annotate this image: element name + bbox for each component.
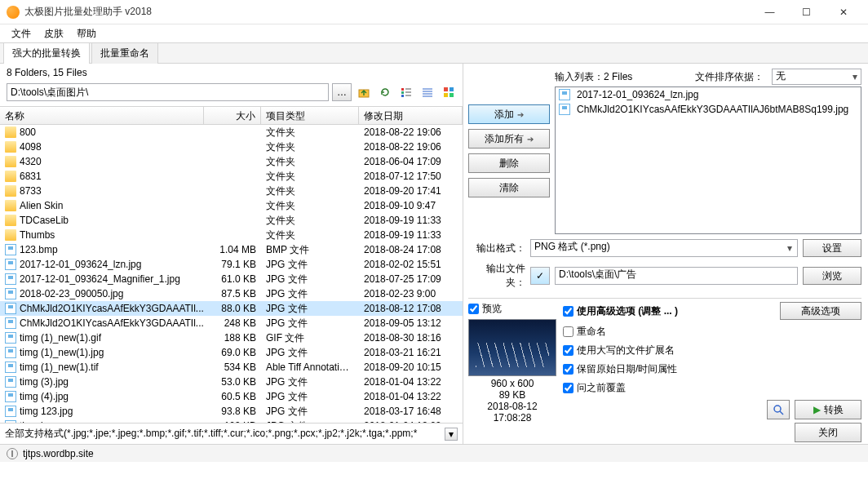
file-icon <box>5 391 16 402</box>
table-row[interactable]: timg (1)_new(1).tif534 KBAble Tiff Annot… <box>0 360 463 375</box>
folder-info: 8 Folders, 15 Files <box>0 64 463 82</box>
svg-rect-3 <box>401 95 404 97</box>
path-browse-button[interactable]: … <box>332 83 352 101</box>
clear-button[interactable]: 清除 <box>468 178 550 197</box>
menu-skin[interactable]: 皮肤 <box>38 25 70 42</box>
table-row[interactable]: 4320文件夹2018-06-04 17:09 <box>0 154 463 169</box>
view-details-icon[interactable] <box>418 83 436 101</box>
file-table-header: 名称 大小 项目类型 修改日期 <box>0 107 463 125</box>
file-table-body[interactable]: 800文件夹2018-08-22 19:064098文件夹2018-08-22 … <box>0 125 463 423</box>
list-item[interactable]: ChMkJld2O1KIYcasAAfEkkY3GDAAATIlAJ6btMAB… <box>556 102 861 117</box>
svg-rect-13 <box>444 93 448 97</box>
arrow-right-icon <box>517 109 524 120</box>
table-row[interactable]: TDCaseLib文件夹2018-09-19 11:33 <box>0 213 463 228</box>
col-type[interactable]: 项目类型 <box>261 107 359 124</box>
preview-zoom-icon[interactable] <box>767 400 790 419</box>
svg-rect-2 <box>401 91 404 94</box>
preview-panel: 预览 960 x 600 89 KB 2018-08-12 17:08:28 <box>468 302 556 442</box>
advanced-button[interactable]: 高级选项 <box>780 302 861 320</box>
globe-icon <box>7 448 18 459</box>
table-row[interactable]: timg 123.jpg93.8 KBJPG 文件2018-03-17 16:4… <box>0 404 463 419</box>
use-advanced-checkbox[interactable] <box>563 306 574 317</box>
browse-button[interactable]: 浏览 <box>803 267 861 285</box>
menu-help[interactable]: 帮助 <box>70 25 103 42</box>
col-size[interactable]: 大小 <box>204 107 261 124</box>
table-row[interactable]: Thumbs文件夹2018-09-19 11:33 <box>0 228 463 242</box>
list-item[interactable]: 2017-12-01_093624_lzn.jpg <box>556 87 861 102</box>
svg-rect-12 <box>450 87 454 91</box>
folder-icon <box>5 229 16 241</box>
minimize-button[interactable]: — <box>751 0 788 24</box>
svg-rect-14 <box>450 93 454 97</box>
table-row[interactable]: ChMkJld2O1KIYcasAAfEkkY3GDAAATIl...248 K… <box>0 316 463 330</box>
menu-file[interactable]: 文件 <box>5 25 38 42</box>
svg-point-15 <box>774 406 781 412</box>
ask-overwrite-label: 问之前覆盖 <box>577 381 626 395</box>
preview-checkbox[interactable] <box>468 304 479 314</box>
titlebar: 太极图片批量处理助手 v2018 — ☐ ✕ <box>0 0 868 24</box>
ask-overwrite-checkbox[interactable] <box>563 383 574 393</box>
sort-combo[interactable]: 无 <box>772 69 861 85</box>
file-icon <box>5 288 16 299</box>
refresh-icon[interactable] <box>376 83 394 101</box>
file-icon <box>559 104 570 115</box>
output-folder-check-icon[interactable]: ✓ <box>530 267 550 285</box>
window-title: 太极图片批量处理助手 v2018 <box>24 5 152 19</box>
folder-icon <box>5 185 16 197</box>
preview-label: 预览 <box>482 302 502 316</box>
input-list-label: 输入列表：2 Files <box>555 70 632 84</box>
table-row[interactable]: ChMkJld2O1KIYcasAAfEkkY3GDAAATIl...88.0 … <box>0 301 463 316</box>
tab-batch-convert[interactable]: 强大的批量转换 <box>3 42 90 64</box>
table-row[interactable]: timg (1)_new(1).gif188 KBGIF 文件2018-08-3… <box>0 330 463 345</box>
settings-button[interactable]: 设置 <box>803 239 861 257</box>
add-button[interactable]: 添加 <box>468 104 550 124</box>
keep-datetime-checkbox[interactable] <box>563 364 574 375</box>
folder-up-icon[interactable] <box>355 83 373 101</box>
convert-button[interactable]: ▶转换 <box>795 400 861 419</box>
col-date[interactable]: 修改日期 <box>359 107 463 124</box>
table-row[interactable]: 2017-12-01_093624_lzn.jpg79.1 KBJPG 文件20… <box>0 257 463 272</box>
svg-rect-1 <box>401 88 404 91</box>
file-icon <box>5 347 16 358</box>
output-folder-input[interactable]: D:\tools\桌面\广告 <box>555 267 798 285</box>
maximize-button[interactable]: ☐ <box>788 0 825 24</box>
view-thumbs-icon[interactable] <box>440 83 458 101</box>
close-button[interactable]: ✕ <box>825 0 861 24</box>
table-row[interactable]: Alien Skin文件夹2018-09-10 9:47 <box>0 198 463 213</box>
arrow-right-icon <box>527 133 534 144</box>
file-icon <box>5 303 16 314</box>
file-icon <box>5 244 16 255</box>
tabbar: 强大的批量转换 批量重命名 <box>0 42 868 64</box>
table-row[interactable]: timg (1)_new(1).jpg69.0 KBJPG 文件2018-03-… <box>0 345 463 360</box>
table-row[interactable]: 6831文件夹2018-07-12 17:50 <box>0 169 463 184</box>
rename-checkbox[interactable] <box>563 326 574 337</box>
folder-icon <box>5 215 16 226</box>
file-icon <box>5 361 16 373</box>
preview-image <box>468 319 556 376</box>
delete-button[interactable]: 删除 <box>468 153 550 173</box>
input-list[interactable]: 2017-12-01_093624_lzn.jpgChMkJld2O1KIYca… <box>555 86 861 234</box>
folder-icon <box>5 156 16 167</box>
tab-batch-rename[interactable]: 批量重命名 <box>91 42 158 64</box>
path-input[interactable] <box>7 83 329 101</box>
status-site[interactable]: tjtps.wordbp.site <box>23 448 94 459</box>
left-pane: 8 Folders, 15 Files … 名称 大小 项目类型 修改日期 80… <box>0 64 463 444</box>
table-row[interactable]: 2017-12-01_093624_Magnifier_1.jpg61.0 KB… <box>0 272 463 286</box>
output-format-combo[interactable]: PNG 格式 (*.png) <box>530 239 798 257</box>
formats-dropdown-icon[interactable]: ▾ <box>445 428 458 441</box>
table-row[interactable]: 8733文件夹2018-09-20 17:41 <box>0 184 463 198</box>
uppercase-ext-checkbox[interactable] <box>563 345 574 356</box>
table-row[interactable]: 2018-02-23_090050.jpg87.5 KBJPG 文件2018-0… <box>0 286 463 301</box>
table-row[interactable]: timg (4).jpg60.5 KBJPG 文件2018-01-04 13:2… <box>0 389 463 404</box>
table-row[interactable]: 800文件夹2018-08-22 19:06 <box>0 125 463 140</box>
table-row[interactable]: 123.bmp1.04 MBBMP 文件2018-08-24 17:08 <box>0 242 463 257</box>
table-row[interactable]: 4098文件夹2018-08-22 19:06 <box>0 140 463 154</box>
close-panel-button[interactable]: 关闭 <box>795 423 861 442</box>
view-list-icon[interactable] <box>397 83 415 101</box>
col-name[interactable]: 名称 <box>0 107 204 124</box>
file-table: 名称 大小 项目类型 修改日期 800文件夹2018-08-22 19:0640… <box>0 106 463 423</box>
table-row[interactable]: timg (3).jpg53.0 KBJPG 文件2018-01-04 13:2… <box>0 375 463 389</box>
file-icon <box>5 259 16 270</box>
add-all-button[interactable]: 添加所有 <box>468 129 550 149</box>
keep-datetime-label: 保留原始日期/时间属性 <box>577 362 677 376</box>
